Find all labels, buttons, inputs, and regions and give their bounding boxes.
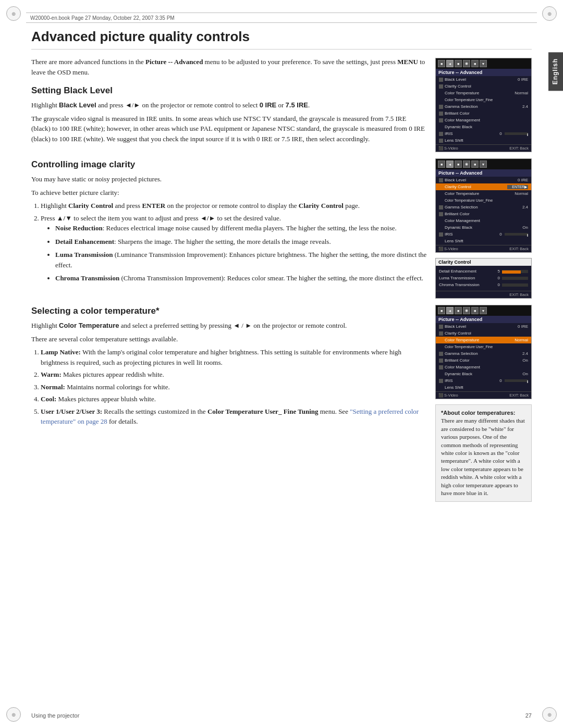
osd-header-icons-1: ■ ◄ ■ ◉ ■ ▼ — [436, 58, 531, 69]
header-bar: W20000-en.book Page 27 Monday, October 2… — [26, 13, 537, 23]
intro-text: There are more advanced functions in the… — [31, 57, 427, 77]
osd-row-cm-1: Color Management — [436, 117, 531, 124]
osd-row-iris-3: IRIS 0 — [436, 377, 531, 384]
main-content: Advanced picture quality controls There … — [31, 29, 532, 707]
intro-section: There are more advanced functions in the… — [31, 57, 532, 152]
osd-row-cc-1: Clarity Control — [436, 83, 531, 90]
osd-row-cc-3: Clarity Control — [436, 330, 531, 337]
osd-row-ls-1: Lens Shift — [436, 137, 531, 144]
osd-row-bl-1: Black Level 0 IRE — [436, 76, 531, 83]
clarity-section: Controlling image clarity You may have s… — [31, 157, 532, 299]
corner-decoration-tr: ⊕ — [542, 6, 557, 21]
osd-hdr-icon-2: ◄ — [446, 60, 454, 67]
osd-row-icon — [439, 132, 443, 136]
osd-row-ct-3-hl: Color Temperature Normal — [436, 337, 531, 343]
english-tab: English — [548, 52, 563, 91]
osd-row-cc-2-hl: Clarity Control ENTER▶ — [436, 183, 531, 190]
clarity-control-box: Clarity Control Detail Enhancement 5 Lum… — [435, 258, 532, 299]
page-footer: Using the projector 27 — [31, 712, 532, 719]
bullet-detail: Detail Enhancement: Sharpens the image. … — [55, 237, 427, 247]
black-level-para2: The grayscale video signal is measured i… — [31, 114, 427, 144]
footnote-box: *About color temperatures: There are man… — [435, 404, 532, 502]
osd-bottom-2: ⬛ S-Video EXIT: Back — [436, 245, 531, 252]
clarity-title: Controlling image clarity — [31, 159, 427, 170]
osd-row-bl-3: Black Level 0 IRE — [436, 323, 531, 330]
iris-bar — [505, 132, 528, 135]
clarity-step-2: Press ▲/▼ to select the item you want to… — [41, 213, 427, 283]
clarity-bullets: Noise Reduction: Reduces electrical imag… — [55, 223, 427, 283]
corner-decoration-bl: ⊕ — [6, 707, 21, 722]
osd-row-bl-2: Black Level 0 IRE — [436, 177, 531, 183]
osd-row-bc-3: Brilliant Color On — [436, 357, 531, 364]
bullet-luma: Luma Transmission (Luminance Transmissio… — [55, 250, 427, 270]
osd-hdr-icon-4: ◉ — [463, 60, 470, 67]
osd-row-icon — [439, 139, 443, 143]
osd-row-ctuf-2: Color Temperature User_Fine — [436, 197, 531, 204]
osd-bottom-1: ⬛ S-Video EXIT: Back — [436, 144, 531, 152]
osd-header-icons-2: ■ ◄ ■ ◉ ■ ▼ — [436, 159, 531, 169]
black-level-title: Setting Black Level — [31, 85, 427, 96]
color-temp-list: Lamp Native: With the lamp's original co… — [41, 347, 427, 427]
color-temp-item-2: Warm: Makes pictures appear reddish whit… — [41, 369, 427, 380]
osd-hdr-icon-1: ■ — [438, 60, 445, 67]
color-temp-left: Selecting a color temperature* Highlight… — [31, 304, 427, 502]
osd-title-3: Picture -- Advanced — [436, 316, 531, 323]
osd-row-bc-2: Brilliant Color — [436, 211, 531, 217]
color-temp-item-5: User 1/User 2/User 3: Recalls the settin… — [41, 406, 427, 427]
osd-row-gs-1: Gamma Selection 2.4 — [436, 103, 531, 110]
osd-row-icon — [439, 78, 443, 82]
black-level-para1: Highlight Black Level and press ◄/► on t… — [31, 100, 427, 110]
osd-title-2: Picture -- Advanced — [436, 169, 531, 177]
osd-row-icon — [439, 84, 443, 89]
bullet-noise: Noise Reduction: Reduces electrical imag… — [55, 223, 427, 233]
corner-decoration-br: ⊕ — [542, 707, 557, 722]
footer-left: Using the projector — [31, 712, 79, 719]
clarity-row-chroma: Chroma Transmission 0 — [436, 281, 531, 288]
intro-left: There are more advanced functions in the… — [31, 57, 427, 152]
osd-hdr-icon-5: ■ — [471, 60, 479, 67]
clarity-left: Controlling image clarity You may have s… — [31, 157, 427, 299]
osd-row-icon — [439, 118, 443, 122]
page-title: Advanced picture quality controls — [31, 29, 532, 50]
clarity-para1: You may have static or noisy projected p… — [31, 174, 427, 184]
osd-box-1: ■ ◄ ■ ◉ ■ ▼ Picture -- Advanced Black Le… — [435, 58, 532, 152]
osd-row-cm-2: Color Management — [436, 217, 531, 224]
footnote-text: *About color temperatures: There are man… — [441, 409, 526, 497]
clarity-step-1: Highlight Clarity Control and press ENTE… — [41, 201, 427, 211]
osd-row-iris-2: IRIS 0 — [436, 231, 531, 238]
osd-row-gs-3: Gamma Selection 2.4 — [436, 350, 531, 357]
osd-row-bc-1: Brilliant Color — [436, 110, 531, 117]
osd-row-db-2: Dynamic Black On — [436, 224, 531, 231]
osd-row-icon — [439, 105, 443, 109]
clarity-control-title: Clarity Control — [436, 258, 531, 266]
color-temp-item-1: Lamp Native: With the lamp's original co… — [41, 347, 427, 367]
osd-row-db-3: Dynamic Black On — [436, 371, 531, 377]
osd-row-icon — [439, 112, 443, 116]
color-temp-para1: Highlight Color Temperature and select a… — [31, 320, 427, 331]
osd-row-ctuf-1: Color Temperature User_Fine — [436, 96, 531, 103]
osd-row-ls-3: Lens Shift — [436, 384, 531, 391]
osd-row-ct-2: Color Temperature Normal — [436, 190, 531, 197]
osd-row-ctuf-3: Color Temperature User_Fine — [436, 343, 531, 350]
color-temp-right: ■ ◄ ■ ◉ ■ ▼ Picture -- Advanced Black Le… — [435, 304, 532, 502]
corner-decoration-tl: ⊕ — [6, 6, 21, 21]
clarity-row-detail: Detail Enhancement 5 — [436, 268, 531, 275]
clarity-steps: Highlight Clarity Control and press ENTE… — [41, 201, 427, 283]
color-temp-section: Selecting a color temperature* Highlight… — [31, 304, 532, 502]
color-temp-item-3: Normal: Maintains normal colorings for w… — [41, 382, 427, 392]
osd-box-3: ■ ◄ ■ ◉ ■ ▼ Picture -- Advanced Black Le… — [435, 305, 532, 399]
osd-row-gs-2: Gamma Selection 2.4 — [436, 204, 531, 211]
header-text: W20000-en.book Page 27 Monday, October 2… — [30, 15, 175, 21]
osd-row-iris-1: IRIS 0 — [436, 130, 531, 137]
osd-row-ls-2: Lens Shift — [436, 238, 531, 244]
color-temp-title: Selecting a color temperature* — [31, 306, 427, 316]
color-temp-item-4: Cool: Makes pictures appear bluish white… — [41, 394, 427, 404]
osd-box-2: ■ ◄ ■ ◉ ■ ▼ Picture -- Advanced Black Le… — [435, 158, 532, 253]
clarity-bottom: EXIT: Back — [436, 291, 531, 298]
color-temp-para2: There are several color temperature sett… — [31, 334, 427, 344]
osd-row-ct-1: Color Temperature Normal — [436, 90, 531, 96]
osd-header-icons-3: ■ ◄ ■ ◉ ■ ▼ — [436, 305, 531, 316]
osd-row-db-1: Dynamic Black — [436, 124, 531, 130]
osd-title-1: Picture -- Advanced — [436, 69, 531, 76]
clarity-row-luma: Luma Transmission 0 — [436, 275, 531, 281]
